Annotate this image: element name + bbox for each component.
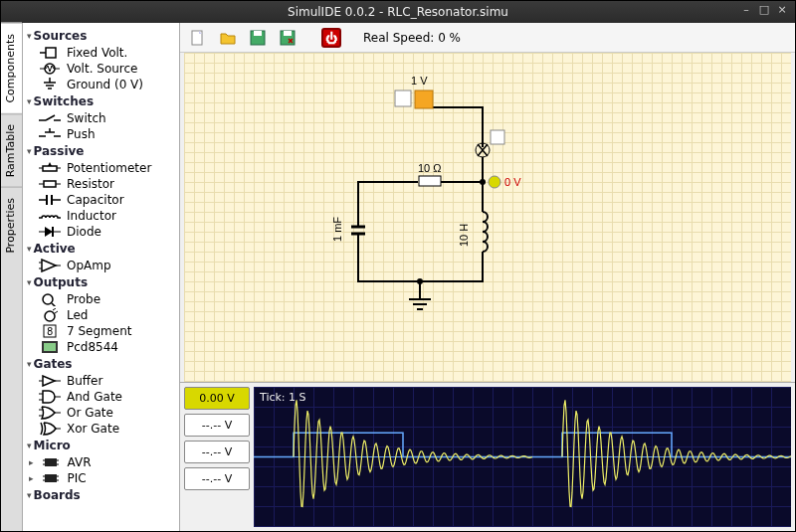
capacitor-label: 1 mF <box>331 217 343 242</box>
component-led[interactable]: Led <box>25 307 177 323</box>
category-active[interactable]: Active <box>25 240 177 258</box>
component-switch[interactable]: Switch <box>25 110 177 126</box>
component-resistor[interactable]: Resistor <box>25 176 177 192</box>
category-gates[interactable]: Gates <box>25 355 177 373</box>
category-passive[interactable]: Passive <box>25 142 177 160</box>
component-push[interactable]: Push <box>25 126 177 142</box>
component-and-gate[interactable]: And Gate <box>25 389 177 405</box>
resistor-label: 10 Ω <box>418 162 442 174</box>
tab-components[interactable]: Components <box>1 23 22 113</box>
oscilloscope: 0.00 V --.-- V --.-- V --.-- V Tick: 1 S <box>180 382 795 531</box>
component-opamp[interactable]: OpAmp <box>25 258 177 273</box>
toolbar: ⏻ Real Speed: 0 % <box>180 23 795 53</box>
scope-plot[interactable]: Tick: 1 S <box>254 387 791 527</box>
svg-point-73 <box>480 179 486 185</box>
tab-properties[interactable]: Properties <box>1 187 22 264</box>
xor-gate-icon <box>39 422 61 436</box>
minimize-button[interactable]: – <box>739 4 753 18</box>
category-sources[interactable]: Sources <box>25 27 177 45</box>
push-icon <box>39 127 61 141</box>
svg-rect-48 <box>45 458 57 466</box>
component-xor-gate[interactable]: Xor Gate <box>25 421 177 437</box>
svg-line-33 <box>52 303 57 306</box>
component-potentiometer[interactable]: Potentiometer <box>25 160 177 176</box>
component-avr[interactable]: ▸AVR <box>25 454 177 470</box>
pcd8544-icon <box>39 340 61 354</box>
scope-ch4[interactable]: --.-- V <box>184 467 250 490</box>
switch-box[interactable] <box>491 130 504 144</box>
schematic: 1 V 0 V 10 Ω <box>323 73 562 331</box>
app-window: SimulIDE 0.0.2 - RLC_Resonator.simu – □ … <box>0 0 796 532</box>
fixed-voltage[interactable] <box>415 90 433 108</box>
component-buffer[interactable]: Buffer <box>25 373 177 389</box>
component-inductor[interactable]: Inductor <box>25 208 177 224</box>
component-fixed-volt-[interactable]: Fixed Volt. <box>25 45 177 61</box>
inductor-label: 10 H <box>458 224 470 247</box>
save-button[interactable] <box>246 26 270 50</box>
component-ground-0-v-[interactable]: Ground (0 V) <box>25 77 177 92</box>
scope-ch2[interactable]: --.-- V <box>184 414 250 437</box>
component-pic[interactable]: ▸PIC <box>25 470 177 486</box>
component-or-gate[interactable]: Or Gate <box>25 405 177 421</box>
inductor-icon <box>39 209 61 223</box>
svg-point-74 <box>417 278 423 284</box>
component-volt-source[interactable]: Volt. Source <box>25 61 177 77</box>
vertical-tabs: Components RamTable Properties <box>1 23 23 531</box>
maximize-button[interactable]: □ <box>757 4 771 18</box>
7-segment-icon: 8 <box>39 324 61 338</box>
fixed-volt--icon <box>39 46 61 60</box>
probe-icon[interactable] <box>489 176 500 188</box>
svg-rect-0 <box>46 48 56 58</box>
probe-icon <box>39 292 61 306</box>
led-icon <box>39 308 61 322</box>
inductor[interactable] <box>483 207 488 257</box>
speed-label: Real Speed: 0 % <box>363 31 461 45</box>
title-bar: SimulIDE 0.0.2 - RLC_Resonator.simu – □ … <box>1 1 795 23</box>
svg-line-10 <box>46 115 55 120</box>
new-button[interactable] <box>186 26 210 50</box>
window-title: SimulIDE 0.0.2 - RLC_Resonator.simu <box>288 5 508 19</box>
svg-text:8: 8 <box>47 326 53 337</box>
save-as-button[interactable] <box>276 26 299 50</box>
capacitor[interactable] <box>351 207 365 257</box>
component-7-segment[interactable]: 87 Segment <box>25 323 177 339</box>
source-label: 1 V <box>411 75 428 87</box>
component-diode[interactable]: Diode <box>25 224 177 240</box>
main-area: ⏻ Real Speed: 0 % <box>180 23 795 531</box>
component-pcd8544[interactable]: Pcd8544 <box>25 339 177 355</box>
potentiometer-icon <box>39 161 61 175</box>
and-gate-icon <box>39 390 61 404</box>
pic-icon <box>40 471 62 485</box>
volt-source-icon <box>39 62 61 76</box>
open-button[interactable] <box>216 26 240 50</box>
opamp-icon <box>39 259 61 272</box>
ground-0-v--icon <box>39 78 61 91</box>
scope-ch3[interactable]: --.-- V <box>184 441 250 463</box>
close-button[interactable]: × <box>775 4 789 18</box>
svg-rect-62 <box>284 31 292 36</box>
component-sidebar: SourcesFixed Volt.Volt. SourceGround (0 … <box>23 23 180 531</box>
probe-label: 0 V <box>504 176 521 188</box>
svg-point-32 <box>43 294 53 304</box>
switch-icon <box>39 111 61 125</box>
power-button[interactable]: ⏻ <box>319 26 343 50</box>
resistor-icon <box>39 177 61 191</box>
source-toggle[interactable] <box>395 90 411 106</box>
component-probe[interactable]: Probe <box>25 291 177 307</box>
scope-channels: 0.00 V --.-- V --.-- V --.-- V <box>184 387 250 527</box>
category-switches[interactable]: Switches <box>25 92 177 110</box>
svg-rect-16 <box>43 166 57 171</box>
category-outputs[interactable]: Outputs <box>25 273 177 291</box>
svg-rect-60 <box>254 31 262 36</box>
resistor[interactable] <box>419 176 441 186</box>
svg-rect-53 <box>45 474 57 482</box>
or-gate-icon <box>39 406 61 420</box>
category-micro[interactable]: Micro <box>25 437 177 454</box>
tab-ramtable[interactable]: RamTable <box>1 113 22 187</box>
scope-ch1[interactable]: 0.00 V <box>184 387 250 410</box>
svg-rect-38 <box>44 343 56 351</box>
circuit-canvas[interactable]: 1 V 0 V 10 Ω <box>184 53 791 382</box>
category-boards[interactable]: Boards <box>25 486 177 504</box>
component-capacitor[interactable]: Capacitor <box>25 192 177 208</box>
ground-icon <box>409 299 431 309</box>
